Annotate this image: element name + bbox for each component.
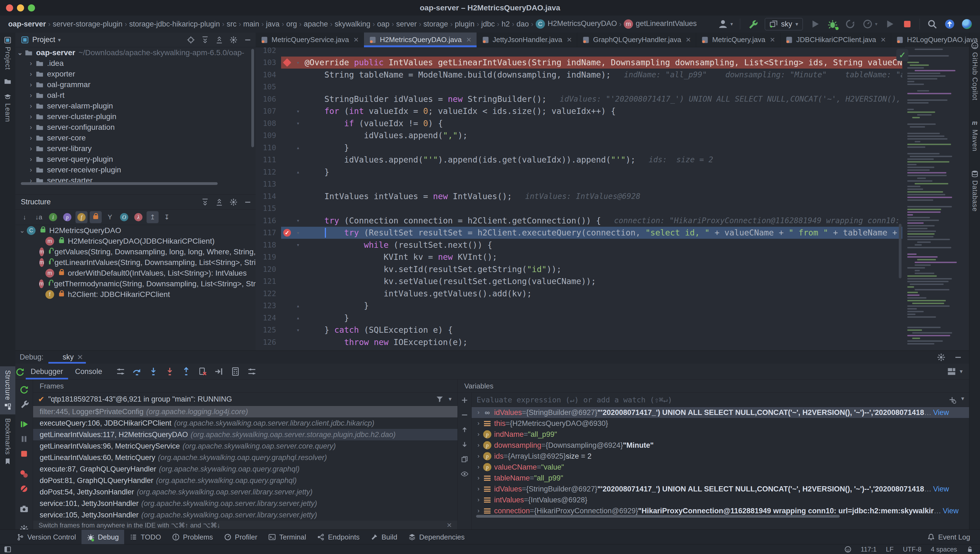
debug-settings-icon[interactable] [937, 353, 946, 362]
frame-row[interactable]: getLinearIntValues:96, MetricQueryServic… [33, 440, 458, 452]
tab-metricqueryservice-java[interactable]: MetricQueryService.java✕ [256, 32, 364, 47]
code-line-104[interactable]: 104 String tableName = ModelName.build(d… [256, 68, 902, 81]
view-value-link[interactable]: View [943, 507, 959, 515]
frame-row[interactable]: execute:87, GraphQLQueryHandler(org.apac… [33, 463, 458, 475]
tree-item-oal-rt[interactable]: ›oal-rt [15, 90, 256, 100]
close-tab-icon[interactable]: ✕ [881, 36, 886, 44]
breadcrumb-item-getLinearIntValues[interactable]: mgetLinearIntValues [622, 19, 698, 29]
sidebar-item-project[interactable]: Project [0, 32, 15, 74]
user-chevron-icon[interactable]: ▾ [730, 21, 733, 27]
run-to-cursor-icon[interactable] [214, 367, 223, 376]
structure-item[interactable]: ⌄CH2MetricsQueryDAO [15, 225, 256, 236]
project-view-chevron-icon[interactable]: ▾ [58, 37, 61, 43]
code-line-105[interactable]: 105 [256, 81, 902, 93]
tree-item-server-query-plugin[interactable]: ›server-query-plugin [15, 154, 256, 164]
variable-row-idValues[interactable]: ›∞idValues = {StringBuilder@6927}"'20200… [472, 407, 969, 418]
frame-row[interactable]: executeQuery:106, JDBCHikariCPClient(org… [33, 417, 458, 429]
settings-icon[interactable] [230, 198, 238, 206]
expand-all-icon[interactable] [201, 36, 209, 44]
close-tab-icon[interactable]: ✕ [466, 36, 471, 44]
structure-item[interactable]: mgetValues(String, Downsampling, long, l… [15, 247, 256, 257]
breadcrumb-item-H2MetricsQueryDAO[interactable]: CH2MetricsQueryDAO [534, 19, 619, 29]
thread-dump-icon[interactable] [19, 504, 29, 514]
show-non-public-icon[interactable] [90, 211, 102, 223]
group-methods-icon[interactable]: Y [104, 211, 116, 223]
remove-watch-icon[interactable] [461, 411, 468, 419]
move-down-icon[interactable] [461, 441, 468, 448]
code-line-117[interactable]: 117✓▾ try (ResultSet resultSet = h2Clien… [256, 227, 902, 239]
close-session-icon[interactable]: ✕ [77, 353, 83, 362]
mute-breakpoints-icon[interactable] [19, 484, 29, 494]
collapse-all-icon[interactable] [215, 198, 223, 206]
code-line-123[interactable]: 123▴ } [256, 300, 902, 312]
breadcrumb-item-oap-server[interactable]: oap-server [6, 20, 48, 29]
breadcrumb-item-h2[interactable]: h2 [500, 20, 511, 29]
rerun-icon[interactable] [19, 385, 29, 394]
structure-item[interactable]: mgetThermodynamic(String, Downsampling, … [15, 279, 256, 289]
code-line-103[interactable]: 103▾@Override public IntValues getLinear… [256, 57, 902, 68]
autoscroll-to-source-icon[interactable]: ↥ [147, 211, 159, 223]
close-tab-icon[interactable]: ✕ [686, 36, 691, 44]
watch-chevron-icon[interactable]: ▼ [961, 396, 964, 404]
variable-row-idValues[interactable]: ›idValues = {StringBuilder@6927}"'202008… [472, 484, 969, 494]
tool-button-debug[interactable]: Debug [81, 530, 124, 544]
code-line-126[interactable]: 126 throw new IOException(e); [256, 336, 902, 348]
sidebar-item-bookmarks[interactable]: Bookmarks [0, 414, 15, 469]
tab-jdbchikaricpclient-java[interactable]: JDBCHikariCPClient.java✕ [780, 32, 891, 47]
tree-item-server-library[interactable]: ›server-library [15, 143, 256, 154]
pause-icon[interactable] [19, 435, 29, 444]
breadcrumb-item-src[interactable]: src [225, 20, 238, 29]
expand-all-icon[interactable] [201, 198, 209, 206]
tab-metricquery-java[interactable]: MetricQuery.java✕ [696, 32, 780, 47]
minimap[interactable] [905, 47, 969, 350]
frame-row[interactable]: doPost:81, GraphQLQueryHandler(org.apach… [33, 475, 458, 486]
autoscroll-from-source-icon[interactable]: ↧ [161, 211, 173, 223]
debug-icon[interactable] [827, 19, 838, 29]
tool-button-dependencies[interactable]: Dependencies [403, 530, 470, 544]
show-anonymous-icon[interactable]: O [118, 211, 130, 223]
tool-button-todo[interactable]: TODO [124, 530, 166, 544]
code-line-125[interactable]: 125▾ } catch (SQLException e) { [256, 324, 902, 336]
show-properties-icon[interactable]: p [61, 211, 73, 223]
show-inherited-icon[interactable]: i [47, 211, 59, 223]
event-log-button[interactable]: Event Log [927, 533, 980, 541]
layout-settings-icon[interactable] [116, 367, 125, 376]
ai-assistant-icon[interactable] [962, 19, 972, 29]
breadcrumb-item-plugin[interactable]: plugin [453, 20, 476, 29]
code-line-124[interactable]: 124▴ } [256, 312, 902, 324]
breadcrumb-item-storage-jdbc-hikaricp-plugin[interactable]: storage-jdbc-hikaricp-plugin [128, 20, 222, 29]
run-icon[interactable] [810, 19, 820, 29]
resume-icon[interactable] [19, 420, 29, 429]
code-line-113[interactable]: 113 [256, 178, 902, 190]
code-line-122[interactable]: 122 intValues.getValues().add(kv); [256, 287, 902, 299]
method-breakpoint-icon[interactable] [283, 58, 291, 67]
code-line-110[interactable]: 110▴ } [256, 142, 902, 153]
evaluate-expression-input[interactable]: Evaluate expression (↵) or add a watch (… [472, 393, 969, 407]
sort-by-visibility-icon[interactable]: ↓ [19, 211, 30, 223]
variable-row-valueCName[interactable]: ›pvalueCName = "value" [472, 462, 969, 473]
code-editor[interactable]: 102103▾@Override public IntValues getLin… [256, 47, 969, 350]
code-line-118[interactable]: 118▾ while (resultSet.next()) { [256, 239, 902, 251]
search-everywhere-icon[interactable] [927, 19, 937, 29]
tab-h2logquerydao-java[interactable]: H2LogQueryDAO.java✕ [891, 32, 980, 47]
user-icon[interactable] [718, 19, 728, 29]
variables-hscrollbar[interactable] [476, 515, 840, 518]
project-hscrollbar[interactable] [21, 182, 218, 185]
close-tab-icon[interactable]: ✕ [770, 36, 775, 44]
debug-settings-wrench-icon[interactable] [19, 400, 29, 409]
variable-row-indName[interactable]: ›pindName = "all_p99" [472, 429, 969, 440]
frame-row[interactable]: filter:445, Logger$PrivateConfig(org.apa… [33, 406, 458, 417]
profiler-chevron-icon[interactable]: ▾ [875, 21, 878, 27]
sidebar-item-maven[interactable]: mMaven [969, 115, 980, 155]
tool-button-build[interactable]: Build [365, 530, 403, 544]
sort-alphabetically-icon[interactable]: ↓a [33, 211, 45, 223]
tree-item-server-core[interactable]: ›server-core [15, 132, 256, 143]
code-line-127[interactable]: 127 } [256, 348, 902, 351]
code-line-116[interactable]: 116▾ try (Connection connection = h2Clie… [256, 215, 902, 226]
code-line-111[interactable]: 111 idValues.append("'").append(ids.get(… [256, 154, 902, 166]
ide-setup-icon[interactable] [747, 19, 758, 29]
settings-icon[interactable] [230, 36, 238, 44]
variable-row-connection[interactable]: ›connection = {HikariProxyConnection@692… [472, 505, 969, 516]
rerun-icon[interactable] [15, 367, 25, 376]
tree-item-oal-grammar[interactable]: ›oal-grammar [15, 79, 256, 90]
